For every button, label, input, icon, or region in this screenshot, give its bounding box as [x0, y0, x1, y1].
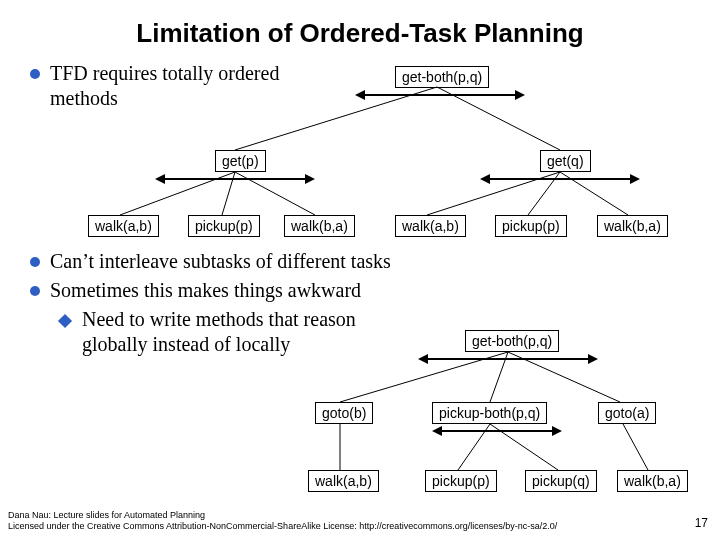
arrow-left-icon [355, 90, 365, 100]
bullet-1-text: TFD requires totally ordered methods [50, 61, 330, 111]
arrow-line [490, 178, 630, 180]
node-pickup-p-1: pickup(p) [188, 215, 260, 237]
arrow-line [365, 94, 515, 96]
arrow-right-icon [588, 354, 598, 364]
node-walk-ba-1: walk(b,a) [284, 215, 355, 237]
node-walk-ab-3: walk(a,b) [308, 470, 379, 492]
arrow-line [165, 178, 305, 180]
arrow-right-icon [305, 174, 315, 184]
footer-line-2: Licensed under the Creative Commons Attr… [8, 521, 557, 532]
sub-bullet-1-text: Need to write methods that reason global… [82, 307, 402, 357]
svg-line-14 [623, 424, 648, 470]
bullet-3-text: Sometimes this makes things awkward [50, 278, 361, 303]
arrow-left-icon [432, 426, 442, 436]
bullet-icon [30, 257, 40, 267]
footer: Dana Nau: Lecture slides for Automated P… [8, 510, 557, 533]
content-area: TFD requires totally ordered methods [30, 61, 720, 111]
node-get-p: get(p) [215, 150, 266, 172]
arrow-left-icon [418, 354, 428, 364]
arrow-line [428, 358, 588, 360]
node-goto-b: goto(b) [315, 402, 373, 424]
node-walk-ba-2: walk(b,a) [597, 215, 668, 237]
bullet-2-text: Can’t interleave subtasks of different t… [50, 249, 391, 274]
arrow-line [442, 430, 552, 432]
bullet-icon [30, 286, 40, 296]
bullet-icon [30, 69, 40, 79]
node-walk-ab-1: walk(a,b) [88, 215, 159, 237]
sub-bullet-1: Need to write methods that reason global… [60, 307, 402, 357]
arrow-left-icon [480, 174, 490, 184]
node-get-both-bot: get-both(p,q) [465, 330, 559, 352]
arrow-right-icon [552, 426, 562, 436]
node-get-both-top: get-both(p,q) [395, 66, 489, 88]
text-block-2: Can’t interleave subtasks of different t… [30, 249, 402, 357]
bullet-3: Sometimes this makes things awkward [30, 278, 402, 303]
node-pickup-p-2: pickup(p) [495, 215, 567, 237]
node-pickup-p-3: pickup(p) [425, 470, 497, 492]
node-walk-ba-3: walk(b,a) [617, 470, 688, 492]
arrow-right-icon [515, 90, 525, 100]
arrow-right-icon [630, 174, 640, 184]
arrow-left-icon [155, 174, 165, 184]
page-number: 17 [695, 516, 708, 530]
node-goto-a: goto(a) [598, 402, 656, 424]
bullet-2: Can’t interleave subtasks of different t… [30, 249, 402, 274]
node-pickup-q: pickup(q) [525, 470, 597, 492]
node-walk-ab-2: walk(a,b) [395, 215, 466, 237]
slide-title: Limitation of Ordered-Task Planning [0, 0, 720, 49]
bullet-1: TFD requires totally ordered methods [30, 61, 720, 111]
diamond-icon [58, 314, 72, 328]
node-pickup-both: pickup-both(p,q) [432, 402, 547, 424]
footer-line-1: Dana Nau: Lecture slides for Automated P… [8, 510, 557, 521]
node-get-q: get(q) [540, 150, 591, 172]
